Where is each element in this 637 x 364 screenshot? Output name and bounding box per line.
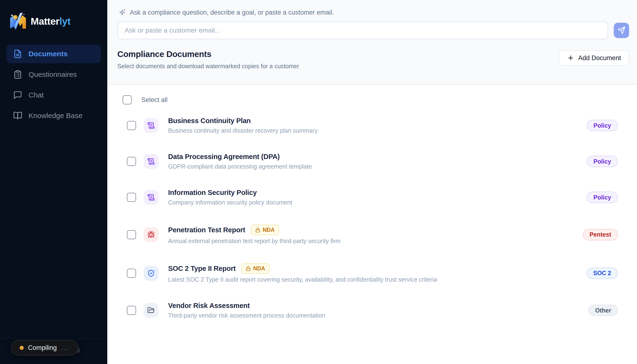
select-all-label: Select all: [141, 96, 168, 104]
document-description: Business continuity and disaster recover…: [168, 127, 587, 134]
ask-input-row: [117, 22, 629, 39]
sidebar-item-label: Knowledge Base: [28, 112, 82, 120]
folder-open-icon: [144, 303, 158, 318]
send-button[interactable]: [614, 23, 629, 38]
send-icon: [617, 26, 626, 34]
ask-email-input[interactable]: [117, 22, 608, 39]
document-checkbox[interactable]: [127, 230, 136, 239]
plus-icon: [567, 54, 574, 62]
category-badge: Other: [588, 304, 618, 316]
nda-label: NDA: [263, 227, 275, 233]
select-all-row: Select all: [117, 95, 618, 104]
sparkles-icon: [118, 8, 126, 16]
page-header-row: Compliance Documents Select documents an…: [117, 49, 629, 70]
category-badge: Policy: [587, 120, 618, 131]
category-badge: Policy: [587, 156, 618, 167]
document-checkbox[interactable]: [127, 193, 136, 202]
category-badge: Pentest: [583, 229, 618, 240]
document-text: Business Continuity Plan Business contin…: [168, 117, 587, 134]
sidebar-item-label: Chat: [28, 91, 44, 99]
document-text: Vendor Risk Assessment Third-party vendo…: [168, 302, 588, 319]
document-text: Data Processing Agreement (DPA) GDPR-com…: [168, 153, 587, 170]
page-title: Compliance Documents: [117, 49, 299, 59]
scroll-text-icon: [144, 154, 158, 169]
bug-icon: [144, 227, 158, 242]
brand-logo: Matterlyt: [0, 0, 107, 31]
brand-name-accent: lyt: [60, 16, 70, 27]
category-badge: Policy: [587, 192, 618, 203]
clipboard-list-icon: [13, 70, 22, 79]
sidebar-item-knowledge-base[interactable]: Knowledge Base: [6, 106, 101, 125]
document-title: Data Processing Agreement (DPA): [168, 153, 280, 161]
document-row: Business Continuity Plan Business contin…: [127, 117, 618, 134]
select-all-checkbox[interactable]: [122, 95, 132, 104]
status-dot-icon: [20, 346, 24, 350]
ask-prompt-text: Ask a compliance question, describe a go…: [130, 9, 334, 16]
category-badge: SOC 2: [586, 268, 618, 279]
main-content: Ask a compliance question, describe a go…: [107, 0, 637, 364]
sidebar-item-label: Documents: [28, 50, 68, 58]
add-document-button[interactable]: Add Document: [559, 50, 629, 66]
lock-icon: [246, 266, 251, 271]
document-checkbox[interactable]: [127, 121, 136, 130]
sidebar-nav: Documents Questionnaires Chat Knowledge …: [0, 44, 107, 125]
document-description: Company information security policy docu…: [168, 199, 587, 206]
nda-badge: NDA: [242, 263, 270, 274]
page-subtitle: Select documents and download watermarke…: [117, 63, 299, 70]
document-row: SOC 2 Type II Report NDA Latest SOC 2 Ty…: [127, 263, 618, 283]
sidebar-item-questionnaires[interactable]: Questionnaires: [6, 65, 101, 84]
book-open-icon: [13, 111, 22, 120]
toast-ellipsis: ...: [61, 344, 70, 352]
document-title: Penetration Test Report: [168, 226, 245, 234]
document-title: Information Security Policy: [168, 189, 257, 196]
lock-icon: [255, 228, 260, 232]
chat-bubble-icon: [13, 90, 22, 100]
document-text: Information Security Policy Company info…: [168, 189, 587, 206]
document-description: Third-party vendor risk assessment proce…: [168, 312, 588, 319]
toast-label: Compiling: [28, 344, 57, 352]
document-description: Annual external penetration test report …: [168, 238, 583, 244]
document-description: Latest SOC 2 Type II audit report coveri…: [168, 276, 586, 283]
nda-label: NDA: [253, 265, 265, 272]
document-text: Penetration Test Report NDA Annual exter…: [168, 225, 583, 244]
sidebar-item-chat[interactable]: Chat: [6, 86, 101, 104]
brand-name-primary: Matter: [31, 16, 60, 27]
brand-name: Matterlyt: [31, 16, 70, 27]
ask-prompt-row: Ask a compliance question, describe a go…: [117, 8, 629, 16]
document-row: Information Security Policy Company info…: [127, 189, 618, 206]
compiling-toast: Compiling ...: [11, 340, 78, 356]
shield-check-icon: [144, 266, 158, 281]
matterlyt-logo-icon: [8, 13, 27, 30]
scroll-text-icon: [144, 118, 158, 133]
add-document-label: Add Document: [578, 54, 621, 62]
document-title: Vendor Risk Assessment: [168, 302, 250, 310]
file-text-icon: [13, 49, 22, 58]
sidebar-item-documents[interactable]: Documents: [6, 44, 101, 63]
document-row: Vendor Risk Assessment Third-party vendo…: [127, 302, 618, 319]
sidebar: Matterlyt Documents Questionnaires Chat …: [0, 0, 107, 364]
nda-badge: NDA: [251, 225, 279, 235]
document-rows: Business Continuity Plan Business contin…: [117, 117, 618, 319]
scroll-text-icon: [144, 190, 158, 205]
document-list: Select all Business Continuity Plan Busi…: [107, 85, 637, 319]
document-title: Business Continuity Plan: [168, 117, 251, 125]
document-title: SOC 2 Type II Report: [168, 264, 236, 272]
header-section: Ask a compliance question, describe a go…: [107, 0, 637, 85]
document-text: SOC 2 Type II Report NDA Latest SOC 2 Ty…: [168, 263, 586, 283]
page-header-text: Compliance Documents Select documents an…: [117, 49, 299, 70]
sidebar-item-label: Questionnaires: [28, 70, 77, 78]
document-row: Data Processing Agreement (DPA) GDPR-com…: [127, 153, 618, 170]
document-checkbox[interactable]: [127, 157, 136, 166]
document-checkbox[interactable]: [127, 306, 136, 315]
document-row: Penetration Test Report NDA Annual exter…: [127, 225, 618, 244]
document-checkbox[interactable]: [127, 269, 136, 278]
document-description: GDPR-compliant data processing agreement…: [168, 163, 587, 170]
